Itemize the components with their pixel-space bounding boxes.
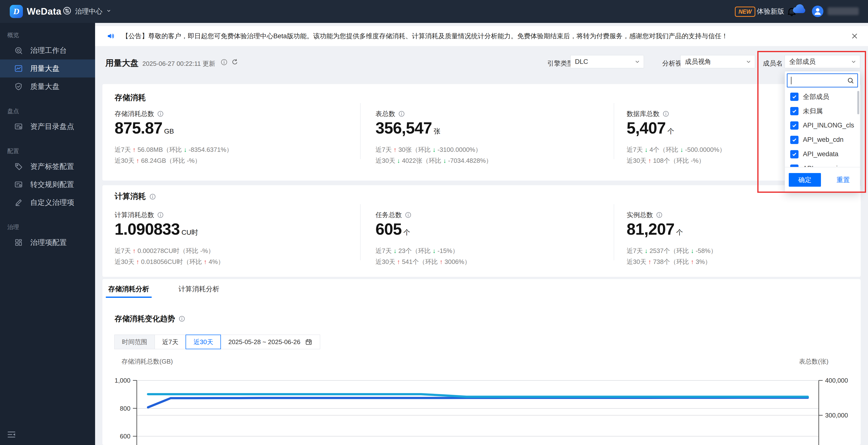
analysis-perspective-value: 成员视角 — [685, 57, 711, 66]
avatar[interactable] — [812, 6, 824, 17]
member-option-5[interactable]: API_yunwei — [785, 161, 860, 167]
up-arrow-icon: ↑ — [691, 258, 694, 265]
try-new-version-link[interactable]: 体验新版 — [757, 0, 784, 23]
sidebar-item-custom-item[interactable]: 自定义治理项 — [0, 193, 95, 212]
engine-type-label: 引擎类型 — [547, 59, 574, 68]
sidebar-item-label: 治理工作台 — [30, 45, 67, 56]
compute-metric-2: 实例总数81,207个近7天 ↓ 2537个（环比 ↓ -58%）近30天 ↑ … — [627, 185, 866, 277]
sidebar-item-label: 资产标签配置 — [30, 162, 74, 171]
announcement-banner: 【公告】尊敬的客户，即日起您可免费体验治理中心Beta版功能。该功能为您提供多维… — [95, 26, 868, 46]
sidebar-item-label: 治理项配置 — [30, 237, 67, 248]
time-range-control: 时间范围 近7天近30天 2025-05-28 ~ 2025-06-26 — [115, 335, 320, 349]
dropdown-footer: 确定 重置 — [785, 167, 860, 192]
reset-button[interactable]: 重置 — [837, 176, 850, 184]
sidebar-item-label: 转交规则配置 — [30, 180, 74, 190]
username-text[interactable] — [828, 7, 859, 15]
trend-chart[interactable]: 1,000800600400,000300,000存储消耗总数(GB)表总数(张… — [102, 351, 861, 445]
engine-type-value: DLC — [575, 58, 588, 66]
sidebar-item-quality-dashboard[interactable]: 质量大盘 — [0, 77, 95, 96]
up-arrow-icon: ↑ — [136, 157, 139, 164]
metric-value: 81,207个 — [627, 220, 683, 239]
checkbox-checked[interactable] — [790, 107, 799, 115]
member-option-0[interactable]: 全部成员 — [785, 90, 860, 104]
metric-unit: 个 — [676, 228, 683, 237]
analysis-perspective-select[interactable]: 成员视角 — [680, 55, 755, 68]
info-icon — [157, 110, 164, 117]
sidebar-item-usage-dashboard[interactable]: 用量大盘 — [0, 60, 95, 77]
wedata-logo-icon[interactable]: D — [10, 5, 23, 18]
collapse-sidebar-button[interactable] — [6, 430, 17, 440]
sidebar-item-transfer-rule[interactable]: 转交规则配置 — [0, 176, 95, 193]
up-arrow-icon: ↑ — [204, 258, 207, 265]
metric-unit: 个 — [403, 228, 410, 237]
metric-value: 1.090833CU时 — [115, 220, 198, 239]
calendar-icon — [305, 338, 313, 346]
notifications-button[interactable] — [786, 6, 798, 18]
metric-unit: GB — [164, 127, 174, 135]
up-arrow-icon: ↑ — [133, 247, 136, 254]
engine-type-select[interactable]: DLC — [570, 55, 644, 68]
sidebar-item-asset-tag[interactable]: 资产标签配置 — [0, 157, 95, 176]
time-range-label: 时间范围 — [114, 335, 155, 349]
collapse-icon — [6, 430, 17, 440]
check-icon — [791, 108, 798, 114]
up-arrow-icon: ↑ — [397, 258, 400, 265]
metric-unit: CU时 — [181, 228, 198, 237]
member-option-4[interactable]: API_wedata — [785, 147, 860, 161]
speaker-icon — [106, 31, 116, 41]
sidebar-item-asset-catalog[interactable]: 资产目录盘点 — [0, 118, 95, 135]
checkbox-checked[interactable] — [790, 164, 799, 167]
confirm-button[interactable]: 确定 — [789, 173, 821, 187]
member-option-2[interactable]: API_INLONG_cls — [785, 118, 860, 133]
metric-trend-row: 近30天 ↑ 738个（环比 ↑ 3%） — [627, 258, 711, 266]
cloud-assistant-icon — [792, 1, 807, 17]
checkbox-checked[interactable] — [790, 93, 799, 101]
metric-unit: 张 — [434, 127, 441, 136]
metric-trend-row: 近30天 ↑ 108个（环比 -%） — [627, 156, 705, 165]
module-switcher[interactable]: 治理中心 — [62, 0, 112, 23]
member-option-label: API_yunwei — [803, 165, 838, 167]
up-arrow-icon: ↑ — [394, 146, 397, 153]
checkbox-checked[interactable] — [790, 150, 799, 158]
chevron-down-icon — [745, 58, 752, 65]
check-icon — [791, 151, 798, 157]
sidebar-item-workbench[interactable]: 治理工作台 — [0, 41, 95, 60]
info-icon[interactable] — [179, 315, 185, 322]
chevron-down-icon — [850, 58, 857, 65]
chevron-down-icon — [106, 8, 112, 14]
analysis-section: 存储消耗分析计算消耗分析 存储消耗变化趋势 时间范围 近7天近30天 2025-… — [102, 279, 861, 445]
check-icon — [791, 122, 798, 129]
refresh-icon[interactable] — [231, 59, 239, 66]
down-arrow-icon: ↓ — [691, 247, 694, 254]
down-arrow-icon: ↓ — [645, 146, 648, 153]
metric-unit: 个 — [667, 127, 674, 136]
checkbox-checked[interactable] — [790, 121, 799, 130]
svg-text:1,000: 1,000 — [115, 377, 130, 384]
metric-value: 5,407个 — [627, 119, 674, 137]
tab-storage-analysis[interactable]: 存储消耗分析 — [106, 283, 152, 298]
metric-value: 605个 — [375, 220, 410, 239]
down-arrow-icon: ↓ — [680, 146, 683, 153]
governance-config-icon — [14, 238, 23, 247]
search-icon — [847, 77, 854, 84]
time-preset-0[interactable]: 近7天 — [155, 335, 186, 349]
user-avatar-icon — [812, 6, 824, 17]
time-preset-1[interactable]: 近30天 — [186, 335, 221, 349]
member-option-3[interactable]: API_web_cdn — [785, 133, 860, 147]
member-name-select[interactable]: 全部成员 — [785, 55, 860, 68]
cloud-assistant-icon[interactable] — [792, 1, 808, 15]
metric-trend-row: 近7天 ↑ 56.08MB（环比 ↓ -8354.6371%） — [115, 146, 232, 154]
tab-compute-analysis[interactable]: 计算消耗分析 — [176, 283, 222, 298]
dropdown-scrollbar[interactable] — [857, 91, 859, 114]
metric-label: 任务总数 — [375, 211, 411, 219]
sidebar-section-3: 治理治理项配置 — [0, 222, 95, 252]
date-range-picker[interactable]: 2025-05-28 ~ 2025-06-26 — [221, 335, 320, 349]
metric-label: 存储消耗总数 — [115, 109, 164, 118]
member-option-1[interactable]: 未归属 — [785, 104, 860, 118]
checkbox-checked[interactable] — [790, 136, 799, 144]
up-arrow-icon: ↑ — [440, 258, 443, 265]
member-search-input[interactable] — [787, 73, 858, 88]
info-icon[interactable] — [220, 59, 228, 66]
banner-close-icon[interactable] — [850, 32, 859, 40]
sidebar-item-governance-config[interactable]: 治理项配置 — [0, 233, 95, 252]
